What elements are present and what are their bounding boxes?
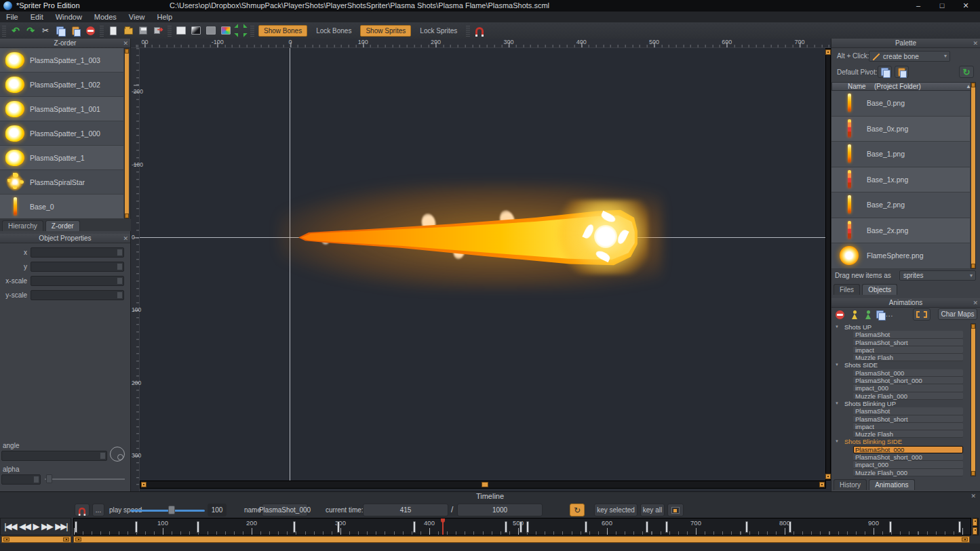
key-selected-button[interactable]: key selected (594, 504, 638, 516)
close-icon[interactable]: ✕ (123, 39, 128, 48)
palette-file-row[interactable]: FlameSphere.png (831, 243, 970, 269)
angle-field[interactable] (1, 451, 107, 461)
animation-tree-row[interactable]: impact_000 (831, 384, 970, 392)
transport-button[interactable]: |◀◀ (4, 518, 16, 535)
view-mode-color-button[interactable] (218, 24, 233, 37)
view-mode-gray-button[interactable] (203, 24, 218, 37)
loop-toggle-button[interactable]: ↻ (570, 504, 585, 516)
keyframe-marker[interactable] (745, 521, 748, 533)
y-scale-field[interactable] (31, 290, 124, 300)
timeline-ruler[interactable]: 100200300400500600700800900 (73, 518, 971, 535)
copy-button[interactable] (53, 24, 68, 37)
keyframe-marker[interactable] (293, 521, 296, 533)
panel-tab[interactable]: History (834, 479, 867, 490)
panel-tab[interactable]: Animations (869, 479, 914, 490)
animation-tree-row[interactable]: PlasmaShot_000 (831, 446, 970, 453)
play-speed-slider-track[interactable] (130, 510, 205, 512)
menu-item[interactable]: Modes (88, 13, 123, 21)
redo-button[interactable]: ↷ (23, 24, 38, 37)
panel-tab[interactable]: Z-order (45, 220, 80, 231)
transport-button[interactable]: ▶▶ (41, 518, 52, 535)
alpha-slider-track[interactable] (45, 478, 125, 480)
spinner-icon[interactable] (100, 452, 106, 460)
more-options-button[interactable]: ... (886, 310, 893, 318)
current-time-field[interactable]: 415 (363, 504, 448, 516)
play-speed-slider-thumb[interactable] (168, 506, 175, 514)
drag-new-items-dropdown[interactable]: sprites ▾ (899, 270, 976, 281)
canvas-vertical-scrollbar[interactable] (825, 48, 831, 481)
scroll-down-icon[interactable] (971, 264, 975, 268)
play-speed-field[interactable]: 100 (208, 504, 227, 516)
transport-button[interactable]: ▶ (33, 518, 38, 535)
view-mode-dark-button[interactable] (189, 24, 203, 37)
animation-tree-row[interactable]: PlasmaShot_000 (831, 369, 970, 377)
timeline-scrollbar[interactable] (73, 536, 970, 543)
fit-animation-button[interactable] (913, 308, 930, 321)
alpha-slider-thumb[interactable] (46, 474, 52, 483)
zorder-row[interactable]: PlasmaSpiralStar (0, 170, 123, 195)
zorder-row[interactable]: PlasmaSpatter_1_000 (0, 121, 123, 146)
x-scale-field[interactable] (31, 276, 124, 286)
toolbar-grip[interactable] (100, 24, 104, 37)
menu-item[interactable]: File (0, 13, 24, 21)
show-sprites-toggle[interactable]: Show Sprites (360, 25, 411, 37)
scroll-down-icon[interactable] (971, 471, 975, 476)
undo-button[interactable]: ↶ (8, 24, 23, 37)
scroll-left-icon[interactable] (141, 482, 146, 487)
panel-tab[interactable]: Hierarchy (2, 220, 43, 231)
lock-sprites-toggle[interactable]: Lock Sprites (415, 26, 462, 36)
sound-button[interactable] (667, 504, 684, 516)
scroll-right-icon[interactable] (962, 537, 968, 542)
transport-scrollbar[interactable] (1, 536, 71, 543)
keyframe-marker[interactable] (526, 521, 529, 533)
menu-item[interactable]: Help (151, 13, 179, 21)
animation-tree-row[interactable]: Shots UP (831, 323, 970, 331)
scroll-up-icon[interactable] (125, 49, 129, 54)
name-column-header[interactable]: Name (848, 83, 866, 90)
keyframe-marker[interactable] (520, 521, 522, 533)
scroll-down-icon[interactable] (125, 213, 129, 218)
lock-bones-toggle[interactable]: Lock Bones (311, 26, 356, 36)
scroll-left-icon[interactable] (3, 537, 9, 542)
animation-tree-row[interactable]: PlasmaShot_short_000 (831, 377, 970, 384)
maximize-icon[interactable]: □ (931, 0, 953, 12)
animation-tree-row[interactable]: Muzzle Flash (831, 354, 970, 361)
close-icon[interactable]: ✕ (973, 298, 978, 308)
menu-item[interactable]: View (123, 13, 151, 21)
char-maps-button[interactable]: Char Maps (938, 308, 977, 320)
toolbar-grip[interactable] (2, 24, 6, 37)
timeline-mini-scrollbar[interactable] (973, 518, 979, 535)
spinner-icon[interactable] (117, 277, 123, 285)
show-bones-toggle[interactable]: Show Bones (258, 25, 307, 37)
palette-file-row[interactable]: Base_0.png (831, 91, 970, 117)
scroll-down-icon[interactable] (973, 527, 977, 535)
animation-tree-row[interactable]: PlasmaShot_short_000 (831, 453, 970, 461)
scroll-up-icon[interactable] (971, 83, 975, 87)
palette-file-row[interactable]: Base_1x.png (831, 167, 970, 193)
keyframe-marker[interactable] (958, 521, 961, 533)
spiral-star-sprite[interactable] (583, 214, 628, 259)
canvas[interactable]: 00-1000100200300400500600700 -200-100010… (131, 39, 831, 491)
alt-click-dropdown[interactable]: create bone ▾ (869, 51, 950, 62)
transport-button[interactable]: ▶▶| (55, 518, 66, 535)
animation-tree-row[interactable]: Muzzle Flash_000 (831, 392, 970, 400)
spinner-icon[interactable] (117, 263, 123, 270)
snap-button[interactable] (472, 24, 487, 37)
scroll-left-icon[interactable] (75, 537, 81, 542)
keyframe-marker[interactable] (665, 521, 668, 533)
keyframe-marker[interactable] (413, 521, 416, 533)
scroll-up-icon[interactable] (973, 518, 977, 526)
toolbar-grip[interactable] (250, 24, 254, 37)
timeline-options-button[interactable]: ... (92, 504, 104, 516)
close-icon[interactable]: ✕ (955, 0, 977, 12)
panel-tab[interactable]: Objects (862, 284, 897, 295)
animation-name-field[interactable]: PlasmaShot_000 (262, 504, 308, 516)
animation-tree-row[interactable]: PlasmaShot_short (831, 415, 970, 423)
animations-scrollbar[interactable] (971, 323, 976, 476)
menu-item[interactable]: Edit (24, 13, 50, 21)
animation-tree-row[interactable]: impact_000 (831, 461, 970, 468)
playhead[interactable] (442, 518, 444, 535)
toolbar-grip[interactable] (168, 24, 172, 37)
animation-tree-row[interactable]: Shots Blinking SIDE (831, 438, 970, 445)
zorder-scrollbar[interactable] (124, 48, 130, 219)
